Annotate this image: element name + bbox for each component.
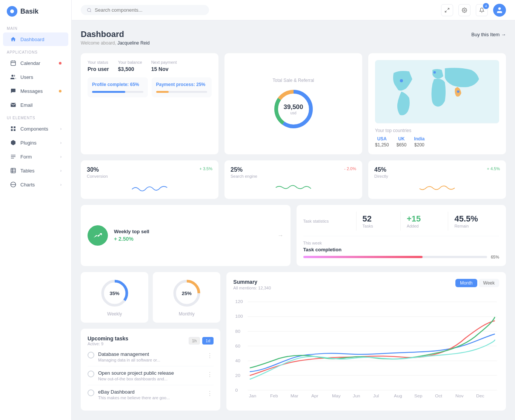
messages-label: Messages [20,88,55,94]
calendar-label: Calendar [20,60,55,66]
upcoming-tasks-card: Upcoming tasks Active: 9 1h 1d Database … [81,329,220,411]
remain-sub: Remain [454,224,499,228]
search-input[interactable] [95,7,203,13]
period-tabs: Month Week [455,279,499,287]
uk-name: UK [397,136,407,142]
profile-bar-fill [92,91,125,93]
top-countries: Your top countries USA $1,250 UK $650 In… [375,128,499,148]
section-label-applications: Applications [0,46,71,56]
gauges-row: 35% Weekly 25% Monthly [81,272,220,323]
svg-point-5 [11,75,13,77]
task-checkbox-1[interactable] [88,352,94,358]
monthly-gauge-value: 25% [182,290,192,296]
sidebar: Basik Main Dashboard Applications Calend… [0,0,72,420]
svg-text:Sep: Sep [414,394,423,398]
settings-button[interactable] [458,4,470,16]
task-tab-1d[interactable]: 1d [202,337,214,345]
sidebar-logo[interactable]: Basik [0,0,71,23]
chevron-icon: › [60,127,61,131]
calendar-icon [10,60,17,66]
svg-text:60: 60 [235,344,240,348]
search-bar[interactable] [81,5,209,15]
dashboard-label: Dashboard [20,37,61,42]
usa-name: USA [375,136,389,142]
task-checkbox-2[interactable] [88,371,94,377]
svg-text:Dec: Dec [476,394,484,398]
email-label: Email [20,102,61,108]
section-label-main: Main [0,23,71,32]
summary-subtitle: All mentions: 12,340 [233,286,271,290]
task-completion-label: Task completion [303,247,500,252]
conversion-change: + 3.5% [199,166,212,171]
svg-text:0: 0 [235,388,238,392]
summary-card: Summary All mentions: 12,340 Month Week … [226,272,506,411]
sidebar-item-calendar[interactable]: Calendar [3,56,68,70]
buy-item-link[interactable]: Buy this Item → [471,32,506,37]
weekly-arrow-icon[interactable]: → [278,232,284,239]
task-item-2: Open source project public release New o… [88,366,214,385]
sidebar-item-dashboard[interactable]: Dashboard [3,32,68,46]
task-desc-1: Managing data in all software or... [98,358,202,362]
notifications-button[interactable]: 4 [476,4,488,16]
gauge-weekly: 35% Weekly [81,272,148,323]
svg-point-32 [457,90,460,93]
task-menu-2[interactable]: ⋮ [206,370,214,379]
sidebar-item-components[interactable]: Components › [3,122,68,135]
weekly-icon [88,225,108,246]
chevron-tables-icon: › [60,169,61,173]
this-week-label: This week [303,241,500,245]
usa-amount: $1,250 [375,142,389,148]
summary-chart-svg: 120 100 80 60 40 20 0 [233,296,499,402]
sidebar-item-email[interactable]: Email [3,98,68,112]
sidebar-item-tables[interactable]: Tables › [3,164,68,177]
fullscreen-button[interactable] [441,4,453,16]
task-name-2: Open source project public release [98,370,202,376]
india-amount: $200 [414,142,424,148]
form-label: Form [20,154,57,160]
task-checkbox-3[interactable] [88,389,94,396]
users-label: Users [20,74,61,80]
your-status-field: Your status Pro user [88,60,109,72]
sidebar-item-charts[interactable]: Charts › [3,178,68,191]
gauge-monthly: 25% Monthly [153,272,220,323]
svg-line-20 [90,11,91,12]
svg-text:Oct: Oct [435,394,443,398]
svg-rect-1 [11,61,15,66]
weekly-gauge-label: Weekly [107,311,122,317]
svg-text:Aug: Aug [394,394,402,398]
app-name: Basik [20,8,38,15]
divider2 [400,212,401,231]
sidebar-item-messages[interactable]: Messages [3,84,68,98]
tasks-sub: Tasks [363,224,394,228]
sidebar-item-plugins[interactable]: Plugins › [3,136,68,149]
task-stats-title: Task statistics [303,219,350,223]
summary-header: Summary All mentions: 12,340 Month Week [233,279,499,290]
payment-field: Next payment 15 Nov [151,60,177,72]
task-tab-1h[interactable]: 1h [189,337,200,345]
donut-card: Total Sale & Referral 39,500 u [224,53,362,154]
avatar[interactable] [493,4,506,17]
sidebar-item-users[interactable]: Users [3,70,68,84]
added-count: +15 Added [407,214,442,228]
donut-center: 39,500 usd [284,103,303,115]
india-name: India [414,136,424,142]
period-month-tab[interactable]: Month [455,279,477,287]
sidebar-item-form[interactable]: Form › [3,150,68,163]
stats-row: 30% Conversion + 3.5% 25% Search engine [81,160,506,199]
profile-progress-bar [92,91,143,93]
weekly-info: Weekly top sell + 2.50% [114,229,272,242]
divider3 [448,212,448,231]
status-fields: Your status Pro user Your balance $3,500… [88,60,212,72]
svg-text:100: 100 [235,314,243,318]
task-menu-1[interactable]: ⋮ [206,351,214,360]
task-menu-3[interactable]: ⋮ [206,389,214,398]
svg-text:80: 80 [235,329,240,333]
period-week-tab[interactable]: Week [479,279,499,287]
svg-text:May: May [332,394,341,398]
task-info-3: eBay Dashboard This makes me believe the… [98,389,202,400]
svg-text:40: 40 [235,358,240,363]
topbar-actions: 4 [441,4,506,17]
subtitle-user: Jacqueline Reid [117,40,149,46]
weekly-pct: + 2.50% [114,236,272,242]
svg-text:Feb: Feb [270,394,278,398]
